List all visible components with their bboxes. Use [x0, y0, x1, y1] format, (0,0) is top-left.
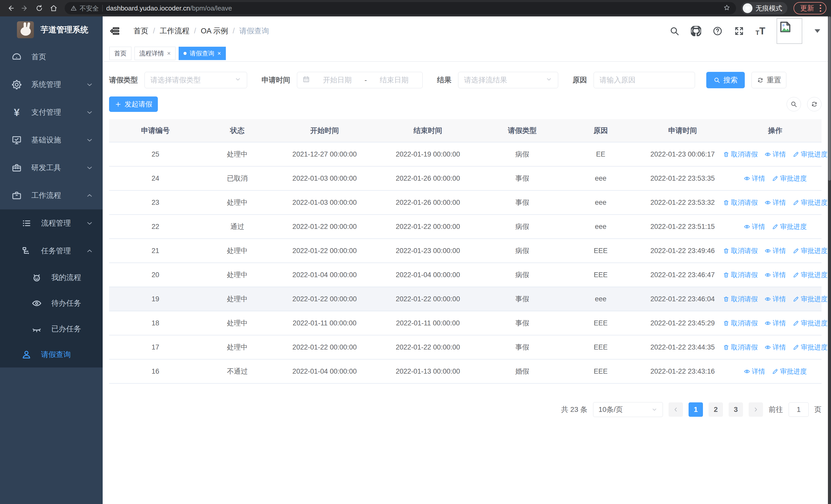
cancel-leave-action[interactable]: 取消请假: [723, 246, 758, 255]
page-1-button[interactable]: 1: [689, 403, 703, 417]
sidebar-item-leave-query[interactable]: 请假查询: [0, 342, 103, 367]
next-page-button[interactable]: [749, 403, 763, 417]
approval-progress-action[interactable]: 审批进度: [793, 319, 828, 328]
toggle-search-button[interactable]: [786, 97, 801, 111]
sidebar-item-todo-tasks[interactable]: 待办任务: [0, 291, 103, 316]
detail-action[interactable]: 详情: [765, 295, 786, 304]
table-cell: 病假: [480, 214, 565, 239]
reason-input[interactable]: 请输入原因: [594, 72, 695, 88]
approval-progress-action[interactable]: 审批进度: [772, 222, 807, 231]
sidebar-item-workflow[interactable]: 工作流程: [0, 182, 103, 209]
result-select[interactable]: 请选择流结果: [458, 72, 558, 88]
search-button[interactable]: 搜索: [706, 72, 745, 88]
close-icon[interactable]: ×: [218, 50, 221, 56]
table-cell: 处理中: [202, 263, 273, 287]
cancel-leave-action[interactable]: 取消请假: [723, 150, 758, 159]
cancel-leave-action[interactable]: 取消请假: [723, 295, 758, 304]
help-icon[interactable]: [712, 26, 723, 36]
table-cell: 事假: [480, 166, 565, 190]
table-cell: 处理中: [202, 239, 273, 263]
approval-progress-action[interactable]: 审批进度: [793, 295, 828, 304]
browser-reload-button[interactable]: [33, 2, 45, 14]
start-date-placeholder: 开始日期: [314, 75, 360, 85]
cancel-leave-action[interactable]: 取消请假: [723, 319, 758, 328]
sidebar-item-process-mgmt[interactable]: 流程管理: [0, 209, 103, 237]
breadcrumb-item[interactable]: OA 示例: [201, 26, 228, 36]
tags-view-bar: 首页流程详情×请假查询×: [103, 46, 828, 62]
detail-action[interactable]: 详情: [744, 222, 765, 231]
tab-process-detail[interactable]: 流程详情×: [135, 47, 175, 60]
table-cell: 2022-01-26 00:00:00: [376, 190, 480, 214]
active-tab-dot: [183, 52, 187, 55]
jump-page-input[interactable]: 1: [789, 403, 809, 417]
breadcrumb-item[interactable]: 工作流程: [160, 26, 190, 36]
page-scrollbar[interactable]: [828, 17, 831, 504]
actions-cell: 详情审批进度: [729, 359, 822, 383]
page-size-select[interactable]: 10条/页: [593, 402, 663, 417]
sidebar-item-home[interactable]: 首页: [0, 43, 103, 71]
table-cell: 2022-01-04 00:00:00: [273, 263, 376, 287]
eye-icon: [765, 272, 771, 278]
detail-action[interactable]: 详情: [744, 367, 765, 376]
scrollbar-thumb[interactable]: [828, 17, 831, 181]
not-secure-warning[interactable]: 不安全: [70, 4, 99, 12]
sidebar-item-dev-tools[interactable]: 研发工具: [0, 154, 103, 182]
detail-action[interactable]: 详情: [765, 343, 786, 352]
search-icon[interactable]: [669, 26, 680, 36]
sidebar-item-system[interactable]: 系统管理: [0, 71, 103, 98]
cancel-leave-action[interactable]: 取消请假: [723, 343, 758, 352]
tab-leave-query[interactable]: 请假查询×: [179, 47, 226, 60]
page-2-button[interactable]: 2: [709, 403, 723, 417]
reset-button[interactable]: 重置: [751, 72, 786, 88]
eye-closed-icon: [31, 324, 42, 334]
approval-progress-action[interactable]: 审批进度: [772, 367, 807, 376]
robot-icon: [31, 272, 42, 283]
approval-progress-action[interactable]: 审批进度: [793, 343, 828, 352]
approval-progress-action[interactable]: 审批进度: [793, 150, 828, 159]
cancel-leave-action[interactable]: 取消请假: [723, 270, 758, 279]
browser-menu-icon[interactable]: [819, 4, 822, 13]
sidebar-item-done-tasks[interactable]: 已办任务: [0, 316, 103, 342]
detail-action[interactable]: 详情: [765, 319, 786, 328]
sidebar-item-task-mgmt[interactable]: 任务管理: [0, 237, 103, 265]
avatar-dropdown-icon[interactable]: [814, 29, 820, 33]
sidebar-item-payment[interactable]: ¥支付管理: [0, 98, 103, 126]
leave-type-select[interactable]: 请选择请假类型: [144, 72, 247, 88]
fullscreen-icon[interactable]: [734, 26, 744, 36]
browser-forward-button[interactable]: [19, 2, 31, 14]
browser-back-button[interactable]: [5, 2, 17, 14]
detail-action[interactable]: 详情: [744, 174, 765, 183]
breadcrumb-item[interactable]: 首页: [134, 26, 148, 36]
app-logo[interactable]: 芋道管理系统: [0, 17, 103, 43]
refresh-table-button[interactable]: [807, 97, 822, 111]
detail-action[interactable]: 详情: [765, 150, 786, 159]
approval-progress-action[interactable]: 审批进度: [772, 174, 807, 183]
detail-action[interactable]: 详情: [765, 270, 786, 279]
eye-icon: [744, 224, 750, 230]
address-bar[interactable]: 不安全 dashboard.yudao.iocoder.cn/bpm/oa/le…: [65, 2, 736, 14]
browser-home-button[interactable]: [48, 2, 60, 14]
sidebar-item-my-process[interactable]: 我的流程: [0, 265, 103, 291]
approval-progress-action[interactable]: 审批进度: [793, 270, 828, 279]
close-icon[interactable]: ×: [167, 50, 171, 56]
collapse-sidebar-icon[interactable]: [109, 26, 120, 36]
page-3-button[interactable]: 3: [728, 403, 743, 417]
avatar[interactable]: [777, 18, 802, 44]
apply-time-range-picker[interactable]: 开始日期 - 结束日期: [297, 72, 423, 88]
detail-action[interactable]: 详情: [765, 246, 786, 255]
table-cell: 2022-01-22 23:46:47: [636, 263, 729, 287]
chevron-down-icon: [235, 76, 241, 84]
sidebar-item-infrastructure[interactable]: 基础设施: [0, 126, 103, 154]
create-leave-button[interactable]: 发起请假: [109, 96, 158, 112]
cancel-leave-action[interactable]: 取消请假: [723, 198, 758, 207]
github-icon[interactable]: [691, 26, 701, 36]
bookmark-star-icon[interactable]: [723, 4, 730, 12]
prev-page-button[interactable]: [668, 403, 683, 417]
tab-home[interactable]: 首页: [109, 47, 132, 60]
breadcrumb-item: 请假查询: [239, 26, 269, 36]
approval-progress-action[interactable]: 审批进度: [793, 246, 828, 255]
approval-progress-action[interactable]: 审批进度: [793, 198, 828, 207]
font-size-icon[interactable]: TT: [755, 26, 765, 36]
browser-update-button[interactable]: 更新: [794, 2, 826, 14]
detail-action[interactable]: 详情: [765, 198, 786, 207]
